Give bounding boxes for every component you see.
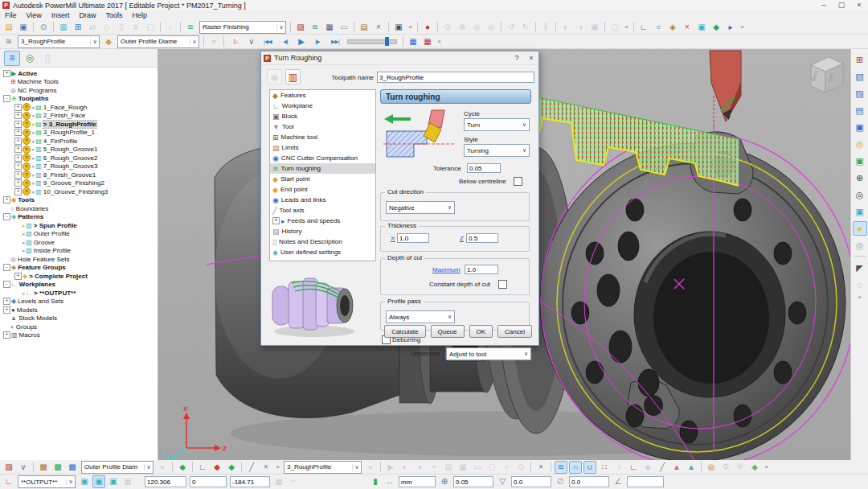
queue-button[interactable]: Queue	[431, 325, 465, 338]
zoom-fit-icon[interactable]: ⊕	[853, 171, 867, 185]
tree-item-complete-project[interactable]: +◈> Complete Project	[0, 272, 158, 281]
dialog-nav-end-point[interactable]: ◆End point	[270, 184, 375, 195]
tree-item-active[interactable]: +▶Active	[0, 69, 158, 78]
visibility-bulb-icon[interactable]: ●	[22, 223, 25, 228]
cut-direction-select[interactable]: Negative∨	[386, 201, 455, 214]
diameter-icon-icon[interactable]: ∅	[554, 475, 567, 488]
play-grey3-icon[interactable]: ◎	[470, 21, 483, 34]
tree-item-9-groove-finishing2[interactable]: +?●▥9_Groove_Finishing2	[0, 179, 158, 188]
below-centreline-checkbox[interactable]	[514, 177, 522, 186]
tree-item-5-rough-groove1[interactable]: +?●▥5_Rough_Groove1	[0, 146, 158, 154]
block-create-icon[interactable]: ▣	[695, 21, 708, 34]
sim-grey1-icon[interactable]: ▶	[384, 461, 397, 474]
play-grey1-icon[interactable]: ⊙	[441, 21, 454, 34]
dialog-nav-cnc-cutter-compensation[interactable]: ◉CNC Cutter Compensation	[270, 153, 375, 163]
viewmill-icon[interactable]: ▢	[608, 21, 621, 34]
workplane-small-icon[interactable]: ∟	[627, 461, 640, 474]
pattern-create-icon[interactable]: ◈	[666, 21, 679, 34]
workplane-edit-icon[interactable]: ∟	[196, 461, 209, 474]
explorer-globe-icon[interactable]: ◎	[22, 51, 38, 66]
curve-hatch-icon[interactable]: ≋	[555, 461, 567, 474]
sim-grey4-icon[interactable]: ◓	[428, 461, 440, 474]
sim-end-icon[interactable]: ▶▶|	[327, 35, 343, 48]
tree-expander-icon[interactable]: -	[3, 264, 10, 271]
visibility-bulb-icon[interactable]: ●	[31, 180, 35, 186]
nc-program-icon[interactable]: ▤	[358, 21, 371, 34]
refresh-view-icon[interactable]: ▣	[853, 154, 867, 168]
simulation-speed-slider[interactable]	[347, 39, 397, 44]
tree-item-machine-tools[interactable]: ⊞Machine Tools	[0, 78, 158, 87]
shade-toggle-icon[interactable]: ○	[207, 35, 220, 48]
toolpath-sphere-icon[interactable]: ●	[364, 461, 377, 474]
tree-item-models[interactable]: +●Models	[0, 306, 158, 314]
ruler-icon[interactable]: ▭	[338, 21, 350, 34]
thickness-x-input[interactable]	[397, 233, 429, 243]
edit-icon[interactable]: ≡	[129, 21, 142, 34]
dialog-nav-notes-and-description[interactable]: ▯Notes and Description	[270, 236, 375, 247]
z-heights-icon[interactable]: ≋	[309, 21, 321, 34]
visibility-bulb-icon[interactable]: ●	[22, 290, 25, 296]
undo-icon[interactable]: ↺	[505, 21, 518, 34]
sim-save-icon[interactable]: ▣	[588, 21, 601, 34]
tree-item-boundaries[interactable]: ○Boundaries	[0, 204, 158, 213]
constant-depth-checkbox[interactable]	[498, 280, 507, 289]
visibility-bulb-icon[interactable]: ●	[22, 231, 25, 236]
tree-item-toolpaths[interactable]: -≋Toolpaths	[0, 95, 158, 104]
toolpath-draw-icon[interactable]: ▨	[294, 21, 307, 34]
viewmill-close-icon[interactable]: ×	[623, 22, 630, 33]
sim-grey2-icon[interactable]: ◐	[399, 461, 411, 474]
cursor-y-field[interactable]	[190, 476, 227, 487]
export-icon[interactable]: ▥	[57, 21, 70, 34]
open-project-icon[interactable]: ▤	[2, 21, 15, 34]
tolerance-field-field[interactable]	[453, 476, 493, 487]
sim-grey5-icon[interactable]: ▤	[442, 461, 455, 474]
style-select[interactable]: Turning∨	[464, 144, 530, 157]
sim-step-icon[interactable]: |▶	[309, 35, 326, 48]
profile-pass-select[interactable]: Always∨	[386, 310, 455, 323]
visibility-bulb-icon[interactable]: ●	[31, 172, 35, 178]
cursor-x-field[interactable]	[145, 476, 186, 487]
tree-item-3-roughprofile[interactable]: +?●▤> 3_RoughProfile	[0, 120, 158, 129]
tp-display2-icon[interactable]: ▩	[51, 461, 64, 474]
tree-item-patterns[interactable]: -◈Patterns	[0, 213, 158, 222]
snapshot-icon[interactable]: ▣	[392, 21, 405, 34]
measure-icon[interactable]: ↔	[383, 475, 396, 488]
dialog-nav-workplane[interactable]: ∟Workplane	[270, 101, 375, 111]
menu-item[interactable]: Draw	[74, 11, 100, 19]
play-grey4-icon[interactable]: ◎	[485, 21, 497, 34]
print-icon[interactable]: ⊙	[37, 21, 50, 34]
sim-toolbar-close-icon[interactable]: ×	[436, 36, 443, 47]
curve-boundary-icon[interactable]: ∩	[569, 461, 582, 474]
stock-model-icon[interactable]: ◆	[710, 21, 723, 34]
tree-item-feature-groups[interactable]: -◈Feature Groups	[0, 264, 158, 273]
tree-item-levels-and-sets[interactable]: +◆Levels and Sets	[0, 298, 158, 306]
tree-expander-icon[interactable]: +	[3, 298, 10, 305]
status-toolpath-select[interactable]: 3_RoughProfile∨	[284, 461, 362, 474]
visibility-bulb-icon[interactable]: ●	[31, 155, 35, 161]
tree-expander-icon[interactable]: +	[14, 138, 22, 145]
tree-expander-icon[interactable]: +	[14, 121, 22, 128]
tree-expander-icon[interactable]: +	[14, 112, 22, 119]
tree-item-output[interactable]: ●∟> **OUTPUT**	[0, 289, 158, 298]
grid-toggle-icon[interactable]: ▦	[121, 475, 134, 488]
dialog-nav-tool[interactable]: ▼Tool	[270, 121, 375, 132]
units-field-field[interactable]	[399, 476, 436, 487]
cycle-select[interactable]: Turn∨	[464, 118, 530, 131]
rotate-icon[interactable]: ⇄	[86, 21, 99, 34]
maximum-input[interactable]	[465, 265, 498, 274]
tree-item-2-finish-face[interactable]: +?●▤2_Finish_Face	[0, 112, 158, 121]
tree-item-4-finprofile[interactable]: +?●▤4_FinProfile	[0, 137, 158, 146]
tree-expander-icon[interactable]: -	[3, 213, 10, 220]
viewport-3d[interactable]: BACK TOP X Z Y P	[158, 49, 850, 460]
tree-item-groove[interactable]: ●▧Groove	[0, 238, 158, 247]
thickness-icon-icon[interactable]: ▽	[496, 475, 509, 488]
tree-expander-icon[interactable]: +	[14, 154, 22, 162]
tree-item-7-rough-groove3[interactable]: +?●▥7_Rough_Groove3	[0, 162, 158, 171]
tool-select[interactable]: Outer Profile Diame∨	[117, 35, 199, 48]
thickness-field-field[interactable]	[511, 476, 551, 487]
toolpath-name-input[interactable]	[377, 72, 534, 83]
dialog-tool-database-icon[interactable]: ▥	[285, 69, 301, 84]
sim-grey8-icon[interactable]: ▢	[485, 461, 498, 474]
points-red-icon[interactable]: ∷	[598, 461, 611, 474]
tree-expander-icon[interactable]: +	[3, 70, 10, 77]
